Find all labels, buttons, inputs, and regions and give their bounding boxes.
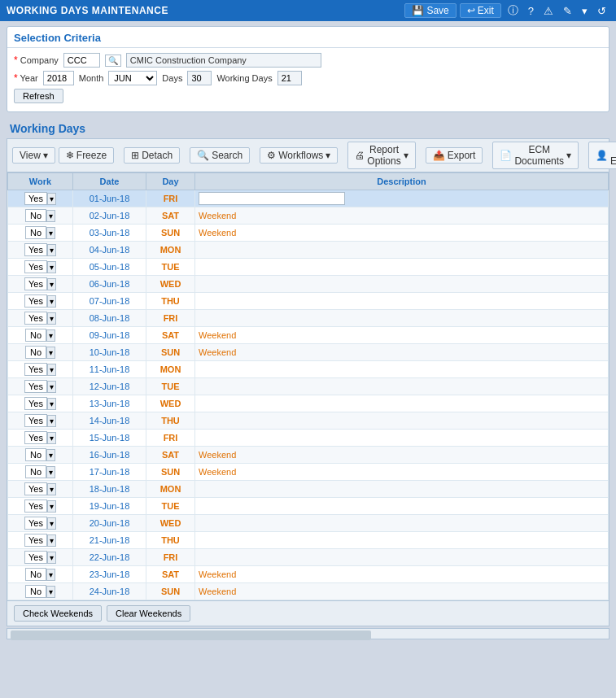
table-row: Yes▾13-Jun-18WED xyxy=(8,395,609,412)
exit-button[interactable]: ↩ Exit xyxy=(460,3,501,18)
day-cell: FRI xyxy=(146,190,195,207)
work-cell[interactable]: Yes▾ xyxy=(8,242,73,259)
desc-cell xyxy=(195,498,609,515)
table-row: Yes▾08-Jun-18FRI xyxy=(8,310,609,327)
table-header-row: Work Date Day Description xyxy=(8,173,609,190)
date-cell: 19-Jun-18 xyxy=(73,498,146,515)
work-cell[interactable]: No▾ xyxy=(8,464,73,481)
app-title: WORKING DAYS MAINTENANCE xyxy=(7,5,168,16)
work-cell[interactable]: No▾ xyxy=(8,225,73,242)
work-cell[interactable]: Yes▾ xyxy=(8,430,73,447)
work-cell[interactable]: Yes▾ xyxy=(8,515,73,532)
day-cell: SAT xyxy=(146,207,195,225)
table-row: No▾23-Jun-18SATWeekend xyxy=(8,566,609,583)
table-row: Yes▾12-Jun-18TUE xyxy=(8,378,609,395)
export-icon: 📤 xyxy=(433,150,445,161)
work-cell[interactable]: No▾ xyxy=(8,447,73,464)
table-row: No▾24-Jun-18SUNWeekend xyxy=(8,583,609,600)
table-row: Yes▾01-Jun-18FRI xyxy=(8,190,609,207)
freeze-button[interactable]: ❄ Freeze xyxy=(59,147,114,164)
desc-cell: Weekend xyxy=(195,207,609,225)
work-cell[interactable]: Yes▾ xyxy=(8,361,73,378)
working-days-table: Work Date Day Description Yes▾01-Jun-18F… xyxy=(7,172,609,600)
ecm-documents-button[interactable]: 📄 ECM Documents ▾ xyxy=(492,142,579,169)
work-cell[interactable]: No▾ xyxy=(8,327,73,344)
view-chevron-icon: ▾ xyxy=(43,150,48,161)
year-input[interactable] xyxy=(43,71,74,85)
work-cell[interactable]: Yes▾ xyxy=(8,276,73,293)
table-wrapper[interactable]: Work Date Day Description Yes▾01-Jun-18F… xyxy=(7,172,609,600)
work-cell[interactable]: No▾ xyxy=(8,566,73,583)
work-cell[interactable]: Yes▾ xyxy=(8,378,73,395)
ecm-icon: 📄 xyxy=(500,150,512,161)
export-label: Export xyxy=(448,150,476,161)
save-button[interactable]: 💾 Save xyxy=(404,3,456,18)
view-button[interactable]: View ▾ xyxy=(12,147,55,164)
day-cell: SAT xyxy=(146,447,195,464)
help-icon-button[interactable]: ? xyxy=(525,4,537,18)
date-cell: 20-Jun-18 xyxy=(73,515,146,532)
date-cell: 04-Jun-18 xyxy=(73,242,146,259)
refresh-button[interactable]: Refresh xyxy=(14,89,63,103)
date-cell: 13-Jun-18 xyxy=(73,395,146,412)
exit-icon: ↩ xyxy=(467,5,475,16)
export-button[interactable]: 📤 Export xyxy=(426,147,483,164)
work-cell[interactable]: Yes▾ xyxy=(8,259,73,276)
freeze-label: Freeze xyxy=(76,150,107,161)
table-row: Yes▾19-Jun-18TUE xyxy=(8,498,609,515)
desc-cell[interactable] xyxy=(195,190,609,207)
work-cell[interactable]: Yes▾ xyxy=(8,190,73,207)
title-bar: WORKING DAYS MAINTENANCE 💾 Save ↩ Exit ⓘ… xyxy=(0,0,616,21)
work-cell[interactable]: Yes▾ xyxy=(8,395,73,412)
alert-icon-button[interactable]: ⚠ xyxy=(540,4,557,18)
work-cell[interactable]: No▾ xyxy=(8,207,73,225)
work-cell[interactable]: Yes▾ xyxy=(8,549,73,566)
dropdown-icon-button[interactable]: ▾ xyxy=(579,4,591,18)
info-icon-button[interactable]: ⓘ xyxy=(505,2,522,19)
day-cell: TUE xyxy=(146,259,195,276)
refresh-row: Refresh xyxy=(14,89,602,103)
company-name-input[interactable] xyxy=(126,53,321,68)
company-search-button[interactable]: 🔍 xyxy=(105,55,121,67)
work-cell[interactable]: Yes▾ xyxy=(8,498,73,515)
clear-weekends-button[interactable]: Clear Weekends xyxy=(107,605,190,622)
table-row: Yes▾14-Jun-18THU xyxy=(8,412,609,430)
day-cell: FRI xyxy=(146,310,195,327)
workflows-button[interactable]: ⚙ Workflows ▾ xyxy=(260,147,338,164)
date-cell: 02-Jun-18 xyxy=(73,207,146,225)
table-row: Yes▾05-Jun-18TUE xyxy=(8,259,609,276)
work-cell[interactable]: No▾ xyxy=(8,344,73,361)
work-cell[interactable]: Yes▾ xyxy=(8,293,73,310)
days-label: Days xyxy=(162,73,182,83)
table-row: Yes▾11-Jun-18MON xyxy=(8,361,609,378)
detach-button[interactable]: ⊞ Detach xyxy=(124,147,180,164)
table-row: No▾16-Jun-18SATWeekend xyxy=(8,447,609,464)
search-button[interactable]: 🔍 Search xyxy=(190,147,250,164)
check-weekends-button[interactable]: Check Weekends xyxy=(14,605,102,622)
refresh-icon-button[interactable]: ↺ xyxy=(594,4,609,18)
desc-input[interactable] xyxy=(199,192,345,205)
day-cell: TUE xyxy=(146,498,195,515)
month-label: Month xyxy=(79,73,104,83)
date-cell: 15-Jun-18 xyxy=(73,430,146,447)
work-cell[interactable]: Yes▾ xyxy=(8,310,73,327)
work-cell[interactable]: Yes▾ xyxy=(8,412,73,430)
horizontal-scrollbar[interactable] xyxy=(7,628,609,639)
month-select[interactable]: JANFEBMARAPRMAY JUNJULAUGSEP OCTNOVDEC xyxy=(108,71,157,85)
desc-cell xyxy=(195,259,609,276)
company-code-input[interactable] xyxy=(63,53,100,68)
work-cell[interactable]: Yes▾ xyxy=(8,481,73,498)
work-cell[interactable]: Yes▾ xyxy=(8,532,73,549)
date-cell: 21-Jun-18 xyxy=(73,532,146,549)
user-extensions-button[interactable]: 👤 User Extensions xyxy=(588,142,616,169)
report-options-button[interactable]: 🖨 Report Options ▾ xyxy=(347,142,415,169)
date-cell: 12-Jun-18 xyxy=(73,378,146,395)
date-cell: 06-Jun-18 xyxy=(73,276,146,293)
date-cell: 16-Jun-18 xyxy=(73,447,146,464)
ecm-label: ECM Documents xyxy=(514,144,564,167)
date-cell: 01-Jun-18 xyxy=(73,190,146,207)
work-cell[interactable]: No▾ xyxy=(8,583,73,600)
date-cell: 08-Jun-18 xyxy=(73,310,146,327)
day-cell: THU xyxy=(146,293,195,310)
edit-icon-button[interactable]: ✎ xyxy=(560,4,575,18)
